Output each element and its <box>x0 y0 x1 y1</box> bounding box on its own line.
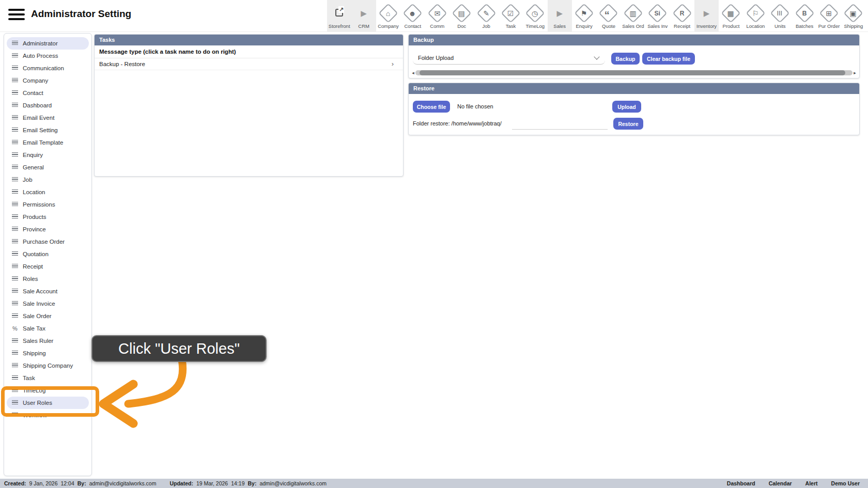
sidebar-item-auto-process[interactable]: Auto Process <box>7 50 89 62</box>
toolbar-item-pur-order[interactable]: ⊞ Pur Order <box>817 0 841 32</box>
sidebar-item-company[interactable]: Company <box>7 74 89 87</box>
sidebar-item-location[interactable]: Location <box>7 186 89 198</box>
sidebar-item-communication[interactable]: Communication <box>7 62 89 74</box>
backup-button[interactable]: Backup <box>611 53 640 65</box>
toolbar-item-units[interactable]: ||| Units <box>768 0 792 32</box>
sidebar-item-enquiry[interactable]: Enquiry <box>7 149 89 161</box>
sidebar-item-email-template[interactable]: Email Template <box>7 136 89 149</box>
scroll-left-icon[interactable]: ◂ <box>411 70 415 76</box>
batch-icon: B <box>795 3 814 23</box>
menu-lines-icon <box>12 264 18 269</box>
sidebar-item-permissions[interactable]: Permissions <box>7 198 89 211</box>
sidebar-item-purchase-order[interactable]: Purchase Order <box>7 235 89 248</box>
sidebar-item-sale-account[interactable]: Sale Account <box>7 285 89 297</box>
sidebar-item-task[interactable]: Task <box>7 372 89 384</box>
toolbar-item-timelog[interactable]: ◷ TimeLog <box>523 0 547 32</box>
sidebar-item-sale-invoice[interactable]: Sale Invoice <box>7 297 89 310</box>
restore-button[interactable]: Restore <box>613 118 643 130</box>
toolbar-item-sales-ord[interactable]: ▥ Sales Ord <box>621 0 645 32</box>
sales-invoice-icon: Si <box>648 3 668 23</box>
sidebar-item-sales-ruler[interactable]: Sales Ruler <box>7 335 89 347</box>
sidebar-item-province[interactable]: Province <box>7 223 89 235</box>
sidebar-item-shipping[interactable]: Shipping <box>7 347 89 359</box>
menu-lines-icon <box>12 251 18 257</box>
toolbar-item-enquiry[interactable]: ⚑ Enquiry <box>572 0 596 32</box>
app-toolbar: ↗ Storefront ▶ CRM ⌂ Company ☻ Contact ✉… <box>327 0 866 32</box>
menu-lines-icon <box>12 165 18 170</box>
percent-icon: % <box>12 325 18 332</box>
play-arrow-icon: ▶ <box>704 9 710 18</box>
sidebar-item-sale-order[interactable]: Sale Order <box>7 310 89 322</box>
updated-date: 19 Mar, 2026 <box>196 480 228 486</box>
upload-button[interactable]: Upload <box>612 101 641 113</box>
record-meta: Created: 9 Jan, 2026 12:04 By: admin@vic… <box>0 480 327 486</box>
scroll-right-icon[interactable]: ▸ <box>853 70 857 76</box>
menu-lines-icon <box>12 66 18 71</box>
sidebar-item-roles[interactable]: Roles <box>7 273 89 285</box>
backup-panel: Backup Folder Upload Backup Clear backup… <box>408 34 860 78</box>
play-arrow-icon: ▶ <box>361 9 367 18</box>
toolbar-item-contact[interactable]: ☻ Contact <box>400 0 425 32</box>
toolbar-item-inventory[interactable]: ▶ Inventory <box>694 0 719 32</box>
footer-link-alert[interactable]: Alert <box>805 480 818 486</box>
toolbar-item-location[interactable]: ⚐ Location <box>743 0 768 32</box>
toolbar-item-doc[interactable]: ▤ Doc <box>450 0 474 32</box>
sidebar-item-contact[interactable]: Contact <box>7 87 89 99</box>
quotation-icon: “ <box>599 3 618 23</box>
receipt-icon: R <box>672 3 692 23</box>
sidebar-item-general[interactable]: General <box>7 161 89 174</box>
folder-restore-input[interactable] <box>512 120 608 130</box>
toolbar-item-storefront[interactable]: ↗ Storefront <box>327 0 351 32</box>
sidebar-item-shipping-company[interactable]: Shipping Company <box>7 359 89 372</box>
toolbar-item-shipping[interactable]: ▣ Shipping <box>841 0 865 32</box>
toolbar-item-sales-inv[interactable]: Si Sales Inv <box>645 0 670 32</box>
person-icon: ☻ <box>403 3 423 23</box>
scrollbar-thumb[interactable] <box>420 70 845 75</box>
toolbar-item-company[interactable]: ⌂ Company <box>376 0 400 32</box>
sidebar-item-administrator[interactable]: Administrator <box>7 37 89 50</box>
menu-lines-icon <box>12 351 18 356</box>
sidebar-item-job[interactable]: Job <box>7 174 89 186</box>
menu-lines-icon <box>12 375 18 381</box>
toolbar-item-product[interactable]: ▦ Product <box>719 0 743 32</box>
backup-panel-header: Backup <box>409 35 859 45</box>
tasks-panel-header: Tasks <box>95 35 403 45</box>
clear-backup-file-button[interactable]: Clear backup file <box>642 53 695 65</box>
shelf-icon: ▦ <box>721 3 741 23</box>
sidebar-item-sale-tax[interactable]: %Sale Tax <box>7 322 89 335</box>
sidebar-item-email-event[interactable]: Email Event <box>7 112 89 124</box>
hamburger-menu-icon[interactable] <box>8 9 25 22</box>
toolbar-item-comm[interactable]: ✉ Comm <box>425 0 450 32</box>
scrollbar-track[interactable] <box>415 70 853 75</box>
toolbar-item-sales[interactable]: ▶ Sales <box>548 0 572 32</box>
toolbar-item-batches[interactable]: B Batches <box>792 0 816 32</box>
folder-upload-select[interactable]: Folder Upload <box>413 51 605 65</box>
menu-lines-icon <box>12 276 18 281</box>
folder-restore-label: Folder restore: /home/www/jobtraq/ <box>413 120 502 127</box>
sidebar-item-email-setting[interactable]: Email Setting <box>7 124 89 136</box>
chevron-right-icon: › <box>392 60 394 68</box>
toolbar-item-quote[interactable]: “ Quote <box>596 0 621 32</box>
footer-link-demo-user[interactable]: Demo User <box>831 480 860 486</box>
toolbar-item-task[interactable]: ☑ Task <box>499 0 523 32</box>
choose-file-button[interactable]: Choose file <box>413 101 450 113</box>
task-row-backup-restore[interactable]: Backup - Restore › <box>95 58 403 70</box>
toolbar-item-crm[interactable]: ▶ CRM <box>351 0 376 32</box>
user-roles-highlight-box <box>1 386 99 417</box>
toolbar-item-receipt[interactable]: R Receipt <box>670 0 694 32</box>
cart-icon: ⊞ <box>819 3 839 23</box>
toolbar-item-job[interactable]: ✎ Job <box>474 0 498 32</box>
sidebar-item-receipt[interactable]: Receipt <box>7 260 89 273</box>
sidebar-item-dashboard[interactable]: Dashboard <box>7 99 89 112</box>
footer-link-calendar[interactable]: Calendar <box>769 480 792 486</box>
play-arrow-icon: ▶ <box>556 9 563 18</box>
sidebar-item-quotation[interactable]: Quotation <box>7 248 89 260</box>
created-by-value: admin@vicdigitalworks.com <box>89 480 157 486</box>
clipboard-check-icon: ☑ <box>501 3 520 23</box>
menu-lines-icon <box>12 41 18 46</box>
menu-lines-icon <box>12 190 18 195</box>
sidebar-item-products[interactable]: Products <box>7 211 89 223</box>
footer-link-dashboard[interactable]: Dashboard <box>727 480 755 486</box>
menu-lines-icon <box>12 53 18 58</box>
backup-horizontal-scrollbar[interactable]: ◂ ▸ <box>411 70 857 76</box>
